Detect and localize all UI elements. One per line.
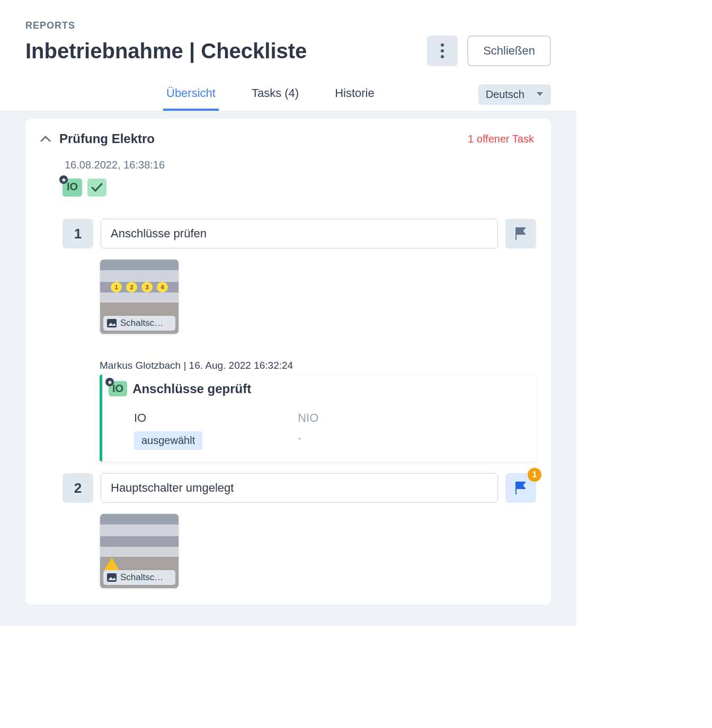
breadcrumb: REPORTS [25, 20, 551, 31]
svg-point-0 [441, 43, 444, 47]
step-title[interactable]: Hauptschalter umgelegt [101, 473, 498, 503]
chevron-up-icon [40, 136, 51, 142]
flag-button[interactable] [505, 219, 536, 248]
step-number: 2 [63, 473, 93, 503]
result-io-badge-label: IO [112, 383, 123, 394]
step-row: 2 Hauptschalter umgelegt 1 [63, 473, 536, 503]
selected-pill: ausgewählt [134, 431, 202, 450]
step-number: 1 [63, 219, 93, 248]
step-row: 1 Anschlüsse prüfen [63, 219, 536, 248]
open-tasks-count: 1 offener Task [468, 133, 534, 145]
flag-icon [514, 481, 527, 495]
check-badge [87, 179, 106, 197]
svg-rect-4 [107, 573, 117, 582]
check-icon [91, 183, 103, 192]
io-badge-label: IO [67, 181, 78, 192]
more-menu-button[interactable] [427, 35, 458, 66]
star-icon: ★ [59, 175, 68, 184]
page-title: Inbetriebnahme | Checkliste [25, 39, 307, 63]
tab-tasks[interactable]: Tasks (4) [248, 82, 302, 111]
step-title[interactable]: Anschlüsse prüfen [101, 219, 498, 248]
flag-button[interactable]: 1 [505, 473, 536, 503]
collapse-toggle[interactable] [39, 132, 52, 145]
close-button-label: Schließen [483, 44, 535, 58]
section-card: Prüfung Elektro 1 offener Task 16.08.202… [25, 119, 551, 605]
tab-history[interactable]: Historie [332, 82, 378, 111]
caret-down-icon [536, 92, 544, 97]
image-icon [106, 573, 117, 582]
result-card: ★ IO Anschlüsse geprüft IO ausgewählt NI… [100, 375, 536, 461]
star-icon: ★ [105, 378, 114, 386]
warning-triangle-icon [104, 557, 119, 570]
svg-point-1 [441, 49, 444, 52]
attachment-thumbnail[interactable]: Schaltsc… [100, 513, 179, 589]
image-icon [106, 318, 117, 328]
nio-value: - [298, 432, 318, 445]
attachment-thumbnail[interactable]: 1234 Schaltsc… [100, 259, 179, 334]
tabs: Übersicht Tasks (4) Historie [163, 82, 378, 111]
more-vertical-icon [440, 43, 444, 59]
svg-point-2 [441, 55, 444, 58]
tab-overview[interactable]: Übersicht [163, 82, 219, 111]
result-col-nio: NIO [298, 411, 318, 425]
result-title: Anschlüsse geprüft [132, 381, 251, 396]
section-timestamp: 16.08.2022, 16:38:16 [65, 159, 536, 171]
svg-rect-3 [107, 319, 117, 327]
thumbnail-label: Schaltsc… [120, 318, 163, 329]
result-col-io: IO [134, 411, 202, 425]
close-button[interactable]: Schließen [467, 35, 551, 66]
language-select[interactable]: Deutsch [478, 84, 551, 105]
flag-icon [514, 227, 527, 241]
result-meta: Markus Glotzbach | 16. Aug. 2022 16:32:2… [100, 360, 536, 371]
language-select-value: Deutsch [486, 88, 524, 101]
io-badge: ★ IO [63, 179, 82, 197]
flag-count-badge: 1 [528, 468, 541, 482]
thumbnail-label: Schaltsc… [120, 572, 163, 583]
section-title: Prüfung Elektro [59, 131, 155, 146]
result-io-badge: ★ IO [109, 381, 127, 396]
